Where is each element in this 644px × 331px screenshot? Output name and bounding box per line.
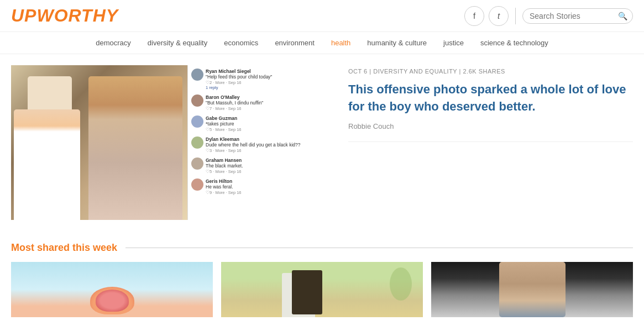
article-author: Robbie Couch xyxy=(348,122,633,130)
facebook-button[interactable]: f xyxy=(464,6,484,26)
featured-article: Ryan Michael Siegel "Help feed this pour… xyxy=(0,54,644,231)
fb-comment-1: Ryan Michael Siegel "Help feed this pour… xyxy=(191,69,328,90)
nav-item-health[interactable]: health xyxy=(331,39,350,47)
article-date: OCT 6 xyxy=(348,68,368,75)
search-input[interactable] xyxy=(530,12,618,20)
most-shared-header: Most shared this week xyxy=(11,242,633,254)
nav-item-economics[interactable]: economics xyxy=(224,39,258,47)
search-box: 🔍 xyxy=(522,8,633,24)
fb-comment-5: Graham Hansen The black market. ♡5 · Mor… xyxy=(191,157,328,174)
most-shared-section: Most shared this week xyxy=(0,231,644,323)
nav-item-diversity[interactable]: diversity & equality xyxy=(148,39,207,47)
featured-image[interactable]: Ryan Michael Siegel "Help feed this pour… xyxy=(11,65,332,220)
thumbnail-item-3[interactable] xyxy=(431,262,633,317)
article-category: DIVERSITY AND EQUALITY xyxy=(373,68,457,75)
facebook-comments: Ryan Michael Siegel "Help feed this pour… xyxy=(187,65,332,220)
header: UPWORTHY f t 🔍 xyxy=(0,0,644,32)
article-divider xyxy=(348,141,633,142)
social-icons: f t xyxy=(464,6,509,26)
fb-comment-6: Geris Hilton He was feral. ♡9 · More · S… xyxy=(191,178,328,195)
thumbnail-item-1[interactable] xyxy=(11,262,213,317)
most-shared-title: Most shared this week xyxy=(11,242,117,254)
article-shares: 2.6K SHARES xyxy=(463,68,505,75)
logo[interactable]: UPWORTHY xyxy=(11,6,118,26)
nav-item-science[interactable]: science & technology xyxy=(480,39,548,47)
article-meta: OCT 6 | DIVERSITY AND EQUALITY | 2.6K SH… xyxy=(348,68,633,75)
thumbnail-list xyxy=(11,262,633,317)
nav-item-justice[interactable]: justice xyxy=(443,39,464,47)
thumbnail-item-2[interactable] xyxy=(221,262,423,317)
featured-content: OCT 6 | DIVERSITY AND EQUALITY | 2.6K SH… xyxy=(348,65,633,220)
search-button[interactable]: 🔍 xyxy=(618,12,627,20)
facebook-icon: f xyxy=(473,11,475,20)
header-right: f t 🔍 xyxy=(464,6,633,26)
fb-comment-4: Dylan Kleeman Dude where the hell did yo… xyxy=(191,136,328,153)
header-divider xyxy=(515,8,516,24)
nav-item-environment[interactable]: environment xyxy=(275,39,315,47)
fb-comment-2: Baron O'Malley "But Massuh, I dindu nuff… xyxy=(191,94,328,111)
photo-selfie xyxy=(11,65,187,220)
nav-item-humanity[interactable]: humanity & culture xyxy=(367,39,427,47)
nav-item-democracy[interactable]: democracy xyxy=(96,39,131,47)
fb-comment-3: Gabe Guzman *takes picture ♡5 · More · S… xyxy=(191,115,328,132)
article-title[interactable]: This offensive photo sparked a whole lot… xyxy=(348,81,633,115)
twitter-icon: t xyxy=(498,11,500,20)
most-shared-divider xyxy=(125,248,633,248)
twitter-button[interactable]: t xyxy=(489,6,509,26)
main-nav: democracy diversity & equality economics… xyxy=(0,32,644,54)
